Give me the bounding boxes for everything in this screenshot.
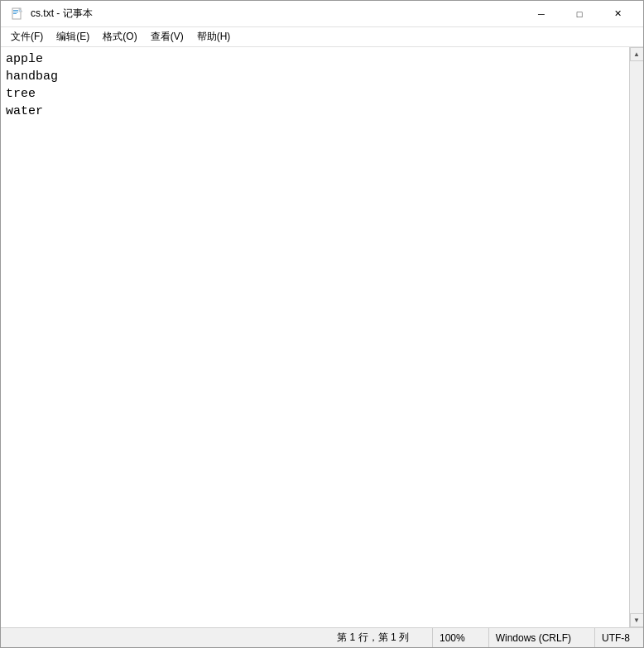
menu-bar: 文件(F) 编辑(E) 格式(O) 查看(V) 帮助(H) bbox=[1, 27, 643, 47]
minimize-button[interactable]: ─ bbox=[522, 1, 560, 27]
scroll-track[interactable] bbox=[630, 61, 643, 613]
notepad-window: cs.txt - 记事本 ─ □ ✕ 文件(F) 编辑(E) 格式(O) 查看(… bbox=[0, 0, 644, 648]
window-title: cs.txt - 记事本 bbox=[31, 7, 93, 21]
status-bar: 第 1 行，第 1 列 100% Windows (CRLF) UTF-8 bbox=[1, 627, 643, 647]
title-bar-left: cs.txt - 记事本 bbox=[11, 7, 93, 21]
encoding: UTF-8 bbox=[594, 628, 637, 647]
maximize-button[interactable]: □ bbox=[560, 1, 598, 27]
cursor-position: 第 1 行，第 1 列 bbox=[330, 628, 416, 647]
svg-rect-1 bbox=[13, 10, 18, 11]
window-controls: ─ □ ✕ bbox=[522, 1, 637, 27]
scroll-down-arrow[interactable]: ▼ bbox=[630, 613, 644, 627]
menu-file[interactable]: 文件(F) bbox=[4, 28, 50, 46]
zoom-level: 100% bbox=[432, 628, 472, 647]
menu-help[interactable]: 帮助(H) bbox=[190, 28, 238, 46]
editor-area: ▲ ▼ bbox=[1, 47, 643, 627]
menu-edit[interactable]: 编辑(E) bbox=[50, 28, 96, 46]
line-ending: Windows (CRLF) bbox=[488, 628, 578, 647]
close-button[interactable]: ✕ bbox=[598, 1, 637, 27]
text-editor[interactable] bbox=[1, 47, 629, 627]
vertical-scrollbar[interactable]: ▲ ▼ bbox=[629, 47, 643, 627]
title-bar: cs.txt - 记事本 ─ □ ✕ bbox=[1, 1, 643, 27]
app-icon bbox=[11, 7, 24, 21]
svg-rect-2 bbox=[13, 12, 18, 12]
menu-view[interactable]: 查看(V) bbox=[144, 28, 190, 46]
menu-format[interactable]: 格式(O) bbox=[96, 28, 143, 46]
scroll-up-arrow[interactable]: ▲ bbox=[630, 47, 644, 61]
svg-rect-3 bbox=[13, 13, 17, 14]
